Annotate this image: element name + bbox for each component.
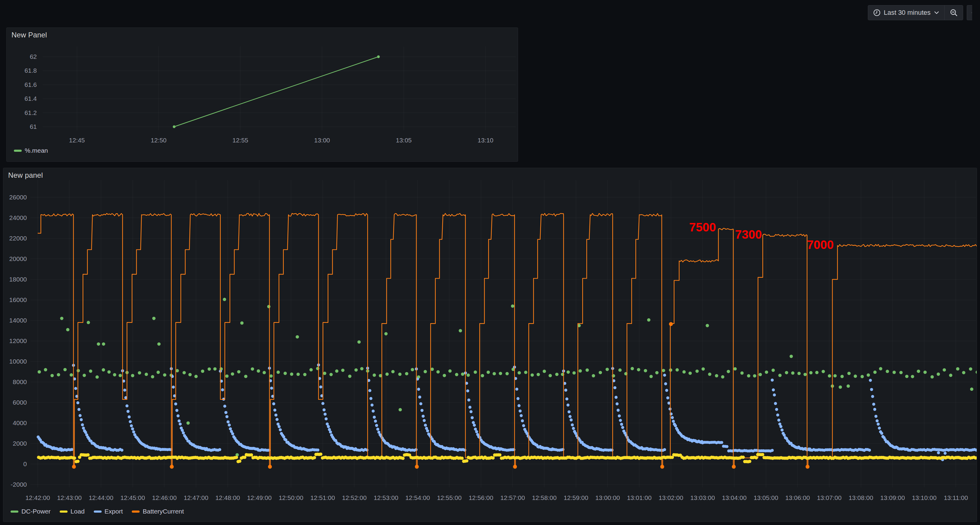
legend-label: BatteryCurrent — [143, 508, 184, 515]
svg-text:62: 62 — [30, 53, 37, 60]
series-dc-power — [38, 298, 977, 459]
clock-icon — [873, 9, 881, 17]
legend-swatch — [132, 511, 140, 513]
svg-text:18000: 18000 — [10, 276, 27, 283]
annotation-7500: 7500 — [689, 220, 716, 234]
legend-item-export[interactable]: Export — [94, 508, 123, 515]
svg-text:13:07:00: 13:07:00 — [817, 494, 842, 501]
axis-labels: 6261.861.661.461.26112:4512:5012:5513:00… — [24, 53, 493, 144]
svg-text:12:56:00: 12:56:00 — [469, 494, 493, 501]
svg-text:26000: 26000 — [10, 194, 27, 201]
svg-text:13:00:00: 13:00:00 — [595, 494, 620, 501]
svg-text:13:02:00: 13:02:00 — [659, 494, 683, 501]
svg-text:13:10:00: 13:10:00 — [912, 494, 937, 501]
grid — [43, 46, 515, 130]
magnifier-minus-icon — [950, 8, 958, 17]
svg-text:24000: 24000 — [10, 214, 27, 221]
series-batterycurrent — [38, 213, 977, 466]
svg-text:12:57:00: 12:57:00 — [500, 494, 525, 501]
svg-text:12:50:00: 12:50:00 — [278, 494, 303, 501]
svg-text:13:04:00: 13:04:00 — [722, 494, 747, 501]
panel1-chart[interactable]: 6261.861.661.461.26112:4512:5012:5513:00… — [6, 28, 518, 146]
svg-text:10000: 10000 — [10, 358, 27, 365]
svg-text:61.4: 61.4 — [24, 95, 37, 102]
chevron-down-icon — [934, 11, 940, 15]
svg-text:12:45:00: 12:45:00 — [120, 494, 145, 501]
svg-text:13:03:00: 13:03:00 — [690, 494, 715, 501]
series-load — [37, 453, 977, 463]
svg-text:22000: 22000 — [10, 235, 27, 242]
annotation-7000: 7000 — [807, 238, 834, 251]
legend-label: Load — [70, 508, 85, 515]
svg-text:8000: 8000 — [13, 378, 27, 385]
svg-text:13:05: 13:05 — [396, 137, 412, 144]
svg-text:12:52:00: 12:52:00 — [342, 494, 367, 501]
svg-text:16000: 16000 — [10, 296, 27, 303]
panel-new-panel-bottom: New panel 260002400022000200001800016000… — [3, 168, 977, 522]
svg-text:4000: 4000 — [13, 420, 27, 426]
legend-swatch — [60, 511, 68, 513]
svg-text:-2000: -2000 — [11, 481, 27, 488]
legend-item-batterycurrent[interactable]: BatteryCurrent — [132, 508, 184, 515]
svg-text:12:55: 12:55 — [232, 137, 248, 144]
svg-text:61: 61 — [30, 123, 37, 130]
series-export — [37, 364, 977, 461]
legend-item-dc-power[interactable]: DC-Power — [11, 508, 51, 515]
svg-text:13:05:00: 13:05:00 — [754, 494, 778, 501]
svg-text:12:51:00: 12:51:00 — [310, 494, 335, 501]
panel-new-panel-top: New Panel 6261.861.661.461.26112:4512:50… — [6, 27, 518, 162]
svg-text:12:45: 12:45 — [69, 137, 85, 144]
svg-text:12:53:00: 12:53:00 — [374, 494, 398, 501]
panel2-chart[interactable]: 2600024000220002000018000160001400012000… — [3, 168, 977, 505]
svg-text:13:09:00: 13:09:00 — [880, 494, 905, 501]
legend-label: Export — [105, 508, 123, 515]
svg-text:12:59:00: 12:59:00 — [563, 494, 588, 501]
svg-text:13:06:00: 13:06:00 — [785, 494, 810, 501]
svg-text:13:01:00: 13:01:00 — [627, 494, 652, 501]
panel2-legend: DC-PowerLoadExportBatteryCurrent — [11, 508, 184, 515]
svg-text:20000: 20000 — [10, 255, 27, 262]
legend-swatch — [14, 150, 22, 152]
svg-text:12:55:00: 12:55:00 — [437, 494, 461, 501]
dashboard-toolbar: Last 30 minutes — [868, 5, 972, 20]
annotation-7300: 7300 — [735, 228, 762, 241]
series--mean — [173, 56, 380, 128]
svg-text:61.2: 61.2 — [24, 109, 37, 116]
time-range-label: Last 30 minutes — [884, 9, 931, 17]
svg-text:12:58:00: 12:58:00 — [532, 494, 557, 501]
legend-item-load[interactable]: Load — [60, 508, 85, 515]
svg-text:61.6: 61.6 — [24, 81, 37, 88]
svg-text:13:10: 13:10 — [478, 137, 494, 144]
svg-text:12:44:00: 12:44:00 — [89, 494, 113, 501]
svg-text:0: 0 — [23, 460, 27, 468]
time-picker-button[interactable]: Last 30 minutes — [868, 5, 944, 20]
svg-text:12:50: 12:50 — [151, 137, 167, 144]
legend-label: DC-Power — [21, 508, 51, 515]
svg-text:14000: 14000 — [10, 317, 27, 324]
refresh-button-partial[interactable] — [967, 5, 972, 20]
time-picker-group: Last 30 minutes — [868, 5, 963, 20]
grafana-dashboard: { "time_picker": { "label": "Last 30 min… — [0, 0, 980, 525]
svg-text:13:08:00: 13:08:00 — [848, 494, 873, 501]
chart-annotations: 750073007000 — [689, 220, 834, 251]
svg-text:13:11:00: 13:11:00 — [944, 494, 968, 501]
svg-text:12000: 12000 — [10, 337, 27, 344]
legend-item--mean[interactable]: %.mean — [14, 147, 48, 154]
svg-text:12:49:00: 12:49:00 — [247, 494, 272, 501]
svg-text:12:46:00: 12:46:00 — [152, 494, 177, 501]
svg-text:2000: 2000 — [13, 440, 27, 447]
svg-text:12:47:00: 12:47:00 — [184, 494, 208, 501]
svg-text:6000: 6000 — [13, 399, 27, 406]
svg-text:13:00: 13:00 — [314, 137, 330, 144]
svg-text:61.8: 61.8 — [24, 67, 37, 74]
panel1-legend: %.mean — [14, 147, 48, 154]
svg-text:12:48:00: 12:48:00 — [215, 494, 240, 501]
legend-swatch — [11, 511, 18, 513]
legend-label: %.mean — [25, 147, 48, 154]
svg-text:12:54:00: 12:54:00 — [405, 494, 430, 501]
refresh-icon — [971, 9, 972, 17]
zoom-out-button[interactable] — [944, 5, 963, 20]
svg-text:12:42:00: 12:42:00 — [25, 494, 50, 501]
legend-swatch — [94, 511, 102, 513]
svg-text:12:43:00: 12:43:00 — [57, 494, 82, 501]
